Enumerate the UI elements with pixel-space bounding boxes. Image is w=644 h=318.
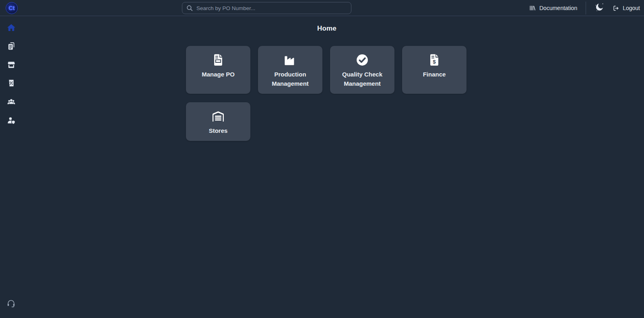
warehouse-icon <box>211 109 225 123</box>
user-shield-icon <box>7 116 16 125</box>
sidebar-item-users[interactable] <box>7 97 16 106</box>
app-logo[interactable]: Ct <box>6 2 18 14</box>
left-sidebar <box>0 16 23 318</box>
logout-button[interactable]: Logout <box>613 5 640 12</box>
file-invoice-icon <box>211 53 225 67</box>
sidebar-item-home[interactable] <box>7 23 16 32</box>
card-stores[interactable]: Stores <box>186 102 250 141</box>
search-icon <box>186 5 193 12</box>
main-content: Home Manage PO Production Management <box>186 16 468 141</box>
search-input[interactable] <box>193 2 351 14</box>
sidebar-item-stores[interactable] <box>7 60 16 69</box>
card-label: Stores <box>209 126 228 135</box>
card-production-management[interactable]: Production Management <box>258 46 322 94</box>
sidebar-item-manage-po[interactable] <box>7 42 16 51</box>
topbar-divider <box>586 2 586 14</box>
card-label: Production Management <box>262 70 318 88</box>
moon-icon <box>594 2 604 14</box>
file-invoice-dollar-icon: $ <box>427 53 441 67</box>
app-logo-text: Ct <box>9 5 15 11</box>
card-quality-check-management[interactable]: Quality Check Management <box>330 46 394 94</box>
store-icon <box>7 60 16 69</box>
check-circle-icon <box>355 53 369 67</box>
receipt-percent-icon <box>7 79 16 88</box>
documentation-label: Documentation <box>539 5 577 11</box>
documentation-link[interactable]: Documentation <box>529 4 577 12</box>
module-card-grid: Manage PO Production Management Quality … <box>186 46 468 141</box>
search-box <box>182 2 351 14</box>
support-button[interactable] <box>6 299 16 308</box>
sidebar-item-receipts[interactable] <box>7 79 16 88</box>
svg-text:$: $ <box>433 59 436 65</box>
page-title: Home <box>186 25 468 33</box>
card-label: Manage PO <box>202 70 235 79</box>
card-label: Quality Check Management <box>334 70 390 88</box>
home-icon <box>7 23 16 32</box>
library-icon <box>529 4 536 12</box>
headset-icon <box>6 299 16 308</box>
theme-toggle-button[interactable] <box>594 2 604 14</box>
card-manage-po[interactable]: Manage PO <box>186 46 250 94</box>
documents-icon <box>7 42 16 51</box>
logout-icon <box>613 5 619 12</box>
logout-label: Logout <box>623 5 640 11</box>
factory-icon <box>283 53 297 67</box>
top-navigation-bar: Ct Documentation <box>0 0 644 16</box>
card-finance[interactable]: $ Finance <box>402 46 466 94</box>
users-icon <box>7 97 16 106</box>
sidebar-item-user-roles[interactable] <box>7 116 16 125</box>
topbar-actions: Documentation Logout <box>529 0 640 16</box>
card-label: Finance <box>423 70 446 79</box>
